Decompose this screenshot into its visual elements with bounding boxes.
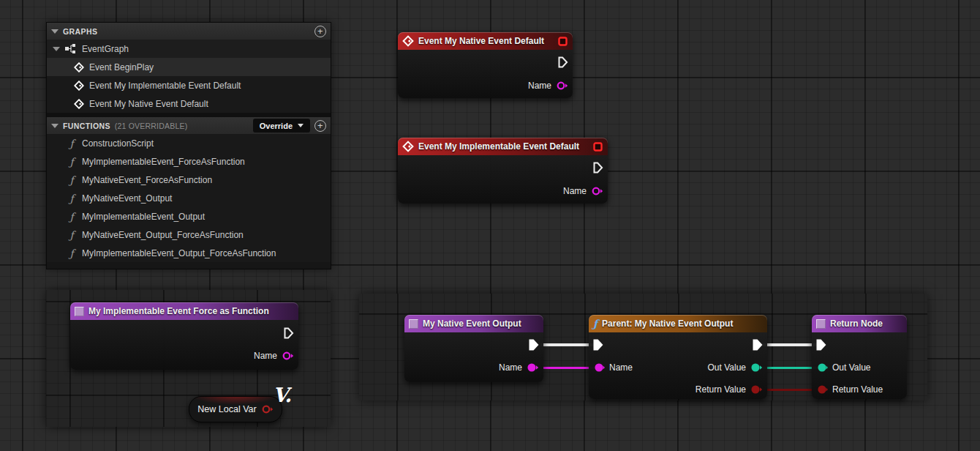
sidebar-item-label: MyNativeEvent_Output [82, 193, 172, 204]
sidebar-item-label: Event My Implementable Event Default [89, 81, 241, 91]
pin-label: Name [254, 351, 277, 361]
delegate-pin[interactable] [593, 142, 603, 152]
sidebar-item-function[interactable]: ƒ MyNativeEvent_ForceAsFunction [47, 171, 331, 189]
node-event-my-native-event-default[interactable]: Event My Native Event Default Name [398, 32, 573, 98]
collapse-arrow-icon[interactable] [53, 47, 60, 51]
sidebar-item-function[interactable]: ƒ MyImplementableEvent_Output [47, 207, 331, 225]
exec-out-pin[interactable] [753, 339, 763, 351]
node-header[interactable]: My Implementable Event Force as Function [70, 302, 298, 320]
graph-icon [65, 44, 77, 53]
node-title: Event My Implementable Event Default [418, 141, 579, 152]
node-header[interactable]: Event My Implementable Event Default [398, 138, 608, 155]
add-function-button[interactable]: + [314, 120, 326, 132]
sidebar-item-function[interactable]: ƒ MyImplementableEvent_Output_ForceAsFun… [47, 244, 331, 262]
collapse-arrow-icon[interactable] [51, 124, 59, 128]
exec-pin-icon [753, 339, 763, 351]
graphs-section-header[interactable]: GRAPHS + [47, 23, 331, 40]
return-value-pin[interactable]: Return Value [816, 384, 883, 395]
pin-label: Return Value [696, 384, 746, 395]
exec-pin-icon [529, 339, 539, 351]
sidebar-item-label: MyNativeEvent_Output_ForceAsFunction [82, 230, 244, 240]
function-icon: ƒ [67, 247, 77, 259]
name-pin-icon [593, 362, 605, 373]
return-value-pin[interactable]: Return Value [696, 384, 763, 395]
sidebar-item-label: MyImplementableEvent_ForceAsFunction [82, 157, 245, 167]
sidebar-item-label: EventGraph [82, 44, 129, 54]
pin-label: Return Value [832, 384, 883, 395]
name-pin-icon [282, 351, 294, 361]
exec-out-pin[interactable] [529, 339, 539, 351]
functions-section-header[interactable]: FUNCTIONS (21 OVERRIDABLE) Override + [47, 117, 331, 134]
exec-pin-icon [593, 162, 603, 174]
function-icon: ƒ [67, 229, 77, 241]
node-my-implementable-event-force-as-function[interactable]: My Implementable Event Force as Function… [70, 302, 298, 370]
sidebar-item-label: Event My Native Event Default [89, 99, 208, 109]
name-out-pin[interactable]: Name [563, 186, 603, 196]
node-return-node[interactable]: Return Node Out Value Return Value [812, 315, 907, 399]
name-out-pin[interactable]: Name [499, 362, 539, 373]
function-icon: ƒ [67, 211, 77, 223]
function-icon: ƒ [67, 193, 77, 204]
node-parent-my-native-event-output[interactable]: ƒ Parent: My Native Event Output Name Ou… [589, 315, 767, 399]
pin-label: Name [609, 362, 633, 373]
sidebar-item-function[interactable]: ƒ ConstructionScript [47, 134, 331, 152]
sidebar-item-event-my-native[interactable]: Event My Native Event Default [47, 94, 331, 113]
sidebar-item-function[interactable]: ƒ MyNativeEvent_Output [47, 189, 331, 207]
node-new-local-var[interactable]: New Local Var [189, 396, 282, 422]
event-diamond-icon [74, 62, 84, 72]
override-dropdown[interactable]: Override [253, 119, 310, 133]
exec-pin-icon [558, 56, 568, 68]
event-diamond-icon [74, 81, 84, 91]
sidebar-item-eventgraph[interactable]: EventGraph [47, 40, 331, 58]
exec-in-pin[interactable] [816, 339, 826, 351]
function-icon: ƒ [67, 156, 77, 168]
function-square-icon [816, 319, 826, 329]
exec-in-pin[interactable] [593, 339, 603, 351]
out-value-pin-icon [750, 362, 763, 373]
bool-pin-icon[interactable] [261, 404, 274, 414]
blueprint-graph-canvas[interactable]: GRAPHS + EventGraph Event BeginPlay [0, 0, 980, 451]
event-diamond-icon [74, 99, 84, 109]
function-icon: ƒ [67, 138, 77, 149]
sidebar-item-event-my-implementable[interactable]: Event My Implementable Event Default [47, 76, 331, 94]
node-title: Return Node [830, 318, 883, 329]
exec-out-pin[interactable] [284, 327, 294, 339]
node-my-native-event-output[interactable]: My Native Event Output Name [404, 315, 543, 382]
out-value-pin[interactable]: Out Value [708, 362, 763, 373]
exec-out-pin[interactable] [558, 56, 568, 68]
node-header[interactable]: ƒ Parent: My Native Event Output [589, 315, 767, 332]
exec-out-pin[interactable] [593, 162, 603, 174]
exec-wire [540, 343, 595, 346]
sidebar-item-function[interactable]: ƒ MyImplementableEvent_ForceAsFunction [47, 152, 331, 171]
node-title: My Implementable Event Force as Function [88, 306, 269, 316]
sidebar-item-event-beginplay[interactable]: Event BeginPlay [47, 58, 331, 76]
sidebar-item-function[interactable]: ƒ MyNativeEvent_Output_ForceAsFunction [47, 225, 331, 244]
return-value-pin-icon [750, 384, 763, 395]
pin-label: Out Value [708, 362, 746, 373]
add-graph-button[interactable]: + [314, 26, 326, 37]
out-value-pin-icon [816, 362, 828, 373]
function-f-icon: ƒ [593, 318, 598, 329]
node-title: Event My Native Event Default [418, 36, 544, 46]
override-label: Override [260, 122, 293, 130]
out-value-pin[interactable]: Out Value [816, 362, 870, 373]
name-out-pin[interactable]: Name [528, 81, 568, 91]
name-out-pin[interactable]: Name [254, 351, 294, 361]
my-blueprint-panel: GRAPHS + EventGraph Event BeginPlay [46, 22, 331, 269]
name-pin-icon [527, 362, 539, 373]
collapse-arrow-icon[interactable] [51, 29, 59, 34]
chevron-down-icon [298, 124, 304, 127]
name-in-pin[interactable]: Name [593, 362, 633, 373]
pin-label: Name [499, 362, 522, 373]
exec-pin-icon [284, 327, 294, 339]
node-title: My Native Event Output [423, 318, 521, 329]
node-header[interactable]: My Native Event Output [404, 315, 543, 332]
delegate-pin[interactable] [558, 37, 568, 46]
node-header[interactable]: Return Node [812, 315, 907, 332]
event-diamond-icon [402, 35, 414, 47]
node-header[interactable]: Event My Native Event Default [398, 32, 573, 50]
pin-label: Out Value [832, 362, 870, 373]
function-icon: ƒ [67, 174, 77, 186]
node-event-my-implementable-event-default[interactable]: Event My Implementable Event Default Nam… [398, 138, 608, 204]
graphs-header-label: GRAPHS [63, 27, 97, 36]
